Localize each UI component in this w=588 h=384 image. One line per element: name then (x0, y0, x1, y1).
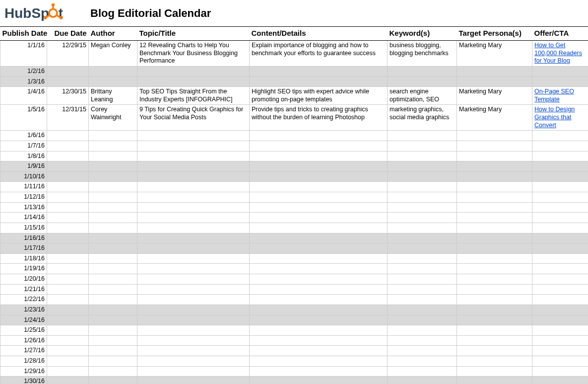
cell-due-date[interactable] (47, 202, 89, 213)
cell-content[interactable] (250, 223, 388, 233)
col-persona[interactable]: Target Persona(s) (457, 27, 532, 41)
cell-publish-date[interactable]: 1/12/16 (0, 192, 47, 203)
cell-author[interactable] (89, 243, 137, 254)
cell-keywords[interactable] (388, 131, 457, 141)
cell-persona[interactable] (457, 346, 532, 356)
cell-content[interactable] (250, 213, 388, 223)
cell-offer[interactable] (532, 284, 588, 295)
cell-content[interactable] (250, 346, 388, 356)
cell-persona[interactable] (457, 151, 532, 161)
cell-content[interactable] (250, 366, 388, 377)
cell-keywords[interactable] (388, 284, 457, 295)
cell-due-date[interactable] (47, 305, 89, 315)
cell-publish-date[interactable]: 1/3/16 (0, 77, 47, 87)
cell-persona[interactable] (457, 295, 532, 305)
cell-persona[interactable] (457, 223, 532, 233)
cell-author[interactable] (89, 335, 137, 346)
cell-due-date[interactable] (47, 161, 89, 172)
cell-offer[interactable] (532, 274, 588, 285)
table-row[interactable]: 1/1/1612/29/15Megan Conley12 Revealing C… (0, 41, 588, 67)
cell-publish-date[interactable]: 1/23/16 (0, 305, 47, 315)
cell-publish-date[interactable]: 1/19/16 (0, 264, 47, 274)
table-row[interactable]: 1/4/1612/30/15Brittany LeaningTop SEO Ti… (0, 87, 588, 105)
cell-offer[interactable] (532, 202, 588, 213)
cell-due-date[interactable] (47, 131, 89, 141)
cell-publish-date[interactable]: 1/25/16 (0, 325, 47, 336)
cell-content[interactable] (250, 66, 388, 77)
cell-content[interactable] (250, 335, 388, 346)
cell-due-date[interactable]: 12/29/15 (47, 41, 89, 67)
cell-due-date[interactable] (47, 315, 89, 325)
cell-persona[interactable] (457, 356, 532, 367)
table-row[interactable]: 1/15/16 (0, 223, 588, 233)
cell-content[interactable] (250, 77, 388, 87)
cell-offer[interactable] (532, 223, 588, 233)
cell-due-date[interactable] (47, 335, 89, 346)
cell-content[interactable] (250, 233, 388, 243)
cell-offer[interactable] (532, 182, 588, 192)
cell-persona[interactable] (457, 141, 532, 151)
cell-topic[interactable] (137, 346, 250, 356)
cell-persona[interactable] (457, 77, 532, 87)
cell-due-date[interactable] (47, 274, 89, 285)
cell-publish-date[interactable]: 1/18/16 (0, 253, 47, 264)
cell-topic[interactable] (137, 66, 250, 77)
cell-topic[interactable] (137, 366, 250, 377)
cell-keywords[interactable] (388, 202, 457, 213)
cell-offer[interactable] (532, 141, 588, 151)
cell-keywords[interactable]: marketing graphics, social media graphic… (388, 105, 457, 131)
cell-publish-date[interactable]: 1/9/16 (0, 161, 47, 172)
cell-offer[interactable] (532, 243, 588, 254)
cell-offer[interactable] (532, 377, 588, 384)
cell-offer[interactable] (532, 213, 588, 223)
cell-due-date[interactable] (47, 366, 89, 377)
cell-persona[interactable] (457, 192, 532, 203)
cell-publish-date[interactable]: 1/26/16 (0, 335, 47, 346)
cell-persona[interactable] (457, 182, 532, 192)
cell-due-date[interactable] (47, 182, 89, 192)
cell-publish-date[interactable]: 1/30/16 (0, 377, 47, 384)
table-row[interactable]: 1/7/16 (0, 141, 588, 151)
cell-keywords[interactable]: search engine optimization, SEO (388, 87, 457, 105)
cell-persona[interactable] (457, 213, 532, 223)
cell-content[interactable]: Explain importance of blogging and how t… (250, 41, 388, 67)
cell-publish-date[interactable]: 1/27/16 (0, 346, 47, 356)
cell-publish-date[interactable]: 1/1/16 (0, 41, 47, 67)
cell-content[interactable] (250, 325, 388, 336)
cell-due-date[interactable] (47, 295, 89, 305)
cell-persona[interactable] (457, 315, 532, 325)
cell-due-date[interactable] (47, 141, 89, 151)
cell-content[interactable]: Highlight SEO tips with expert advice wh… (250, 87, 388, 105)
table-row[interactable]: 1/13/16 (0, 202, 588, 213)
table-row[interactable]: 1/22/16 (0, 295, 588, 305)
cell-persona[interactable] (457, 131, 532, 141)
cell-content[interactable] (250, 131, 388, 141)
table-row[interactable]: 1/17/16 (0, 243, 588, 254)
cell-offer[interactable] (532, 192, 588, 203)
offer-link[interactable]: How to Get 100,000 Readers for Your Blog (534, 42, 582, 64)
cell-due-date[interactable] (47, 171, 89, 182)
cell-author[interactable] (89, 213, 137, 223)
cell-author[interactable] (89, 77, 137, 87)
table-row[interactable]: 1/3/16 (0, 77, 588, 87)
table-row[interactable]: 1/23/16 (0, 305, 588, 315)
cell-offer[interactable] (532, 161, 588, 172)
table-row[interactable]: 1/11/16 (0, 182, 588, 192)
cell-author[interactable] (89, 66, 137, 77)
cell-persona[interactable] (457, 253, 532, 264)
cell-content[interactable] (250, 182, 388, 192)
cell-author[interactable] (89, 223, 137, 233)
cell-due-date[interactable] (47, 233, 89, 243)
table-row[interactable]: 1/30/16 (0, 377, 588, 384)
cell-due-date[interactable] (47, 151, 89, 161)
cell-topic[interactable] (137, 325, 250, 336)
table-row[interactable]: 1/16/16 (0, 233, 588, 243)
table-row[interactable]: 1/8/16 (0, 151, 588, 161)
cell-publish-date[interactable]: 1/7/16 (0, 141, 47, 151)
cell-keywords[interactable] (388, 151, 457, 161)
table-row[interactable]: 1/19/16 (0, 264, 588, 274)
cell-publish-date[interactable]: 1/29/16 (0, 366, 47, 377)
cell-content[interactable] (250, 202, 388, 213)
cell-offer[interactable] (532, 335, 588, 346)
cell-topic[interactable] (137, 377, 250, 384)
